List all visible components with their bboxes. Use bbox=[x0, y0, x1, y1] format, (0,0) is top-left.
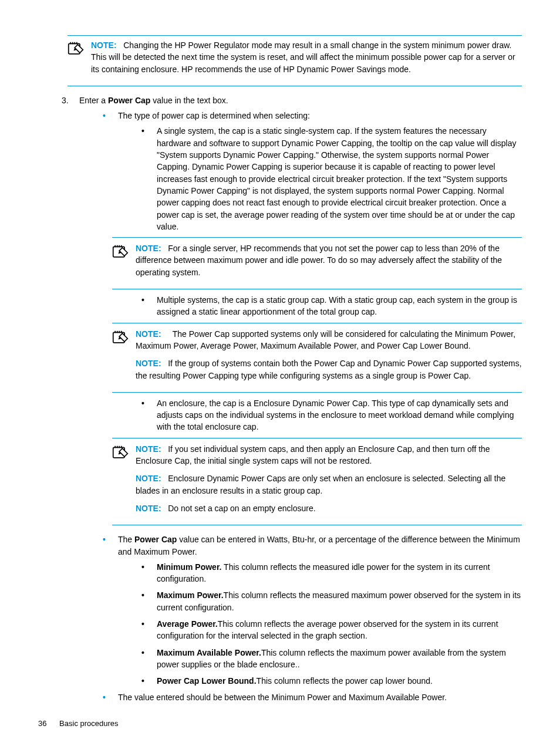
note-text: For a single server, HP recommends that … bbox=[136, 244, 502, 277]
note-body: NOTE: If you set individual system caps,… bbox=[136, 443, 522, 520]
note-pencil-icon bbox=[68, 39, 91, 60]
divider bbox=[68, 35, 522, 36]
note-pencil-icon bbox=[112, 242, 136, 264]
list-item: The value entered should be between the … bbox=[97, 691, 522, 703]
sub-bullet-list: Multiple systems, the cap is a static gr… bbox=[118, 294, 522, 318]
sub-bullet-list: A single system, the cap is a static sin… bbox=[118, 125, 522, 232]
definition-term: Maximum Power. bbox=[157, 590, 224, 600]
bullet-text: The type of power cap is determined when… bbox=[118, 111, 310, 120]
note-label: NOTE: bbox=[136, 359, 161, 368]
page-number: 36 bbox=[38, 719, 46, 728]
divider bbox=[112, 289, 522, 289]
definition-term: Maximum Available Power. bbox=[157, 648, 261, 657]
note-label: NOTE: bbox=[136, 474, 161, 483]
step-text: Enter a Power Cap value in the text box. bbox=[79, 96, 228, 105]
note-label: NOTE: bbox=[91, 40, 117, 50]
list-item: The Power Cap value can be entered in Wa… bbox=[97, 534, 522, 687]
note-label: NOTE: bbox=[136, 329, 161, 339]
list-item: Maximum Power.This column reflects the m… bbox=[136, 589, 522, 613]
step-3: Enter a Power Cap value in the text box.… bbox=[62, 94, 522, 704]
note-text: If the group of systems contain both the… bbox=[136, 359, 522, 380]
bullet-text: The value entered should be between the … bbox=[118, 693, 447, 702]
note-text: Changing the HP Power Regulator mode may… bbox=[91, 40, 515, 74]
definition-desc: This column reflects the power cap lower… bbox=[257, 676, 433, 686]
note-body: NOTE: For a single server, HP recommends… bbox=[136, 242, 522, 284]
document-page: NOTE: Changing the HP Power Regulator mo… bbox=[0, 0, 560, 746]
bullet-list: The type of power cap is determined when… bbox=[79, 110, 522, 704]
ordered-list: Enter a Power Cap value in the text box.… bbox=[38, 94, 522, 704]
definition-term: Minimum Power. bbox=[157, 562, 221, 572]
divider bbox=[112, 323, 522, 323]
list-item: A single system, the cap is a static sin… bbox=[136, 125, 522, 232]
note-box-1: NOTE: Changing the HP Power Regulator mo… bbox=[68, 35, 522, 86]
bullet-text: A single system, the cap is a static sin… bbox=[157, 126, 516, 231]
divider bbox=[112, 237, 522, 238]
divider bbox=[112, 525, 522, 525]
note-text: Enclosure Dynamic Power Caps are only se… bbox=[136, 474, 505, 495]
note-block: NOTE: Changing the HP Power Regulator mo… bbox=[68, 39, 522, 81]
divider bbox=[68, 86, 522, 86]
definition-list: Minimum Power. This column reflects the … bbox=[118, 561, 522, 687]
list-item: The type of power cap is determined when… bbox=[97, 110, 522, 525]
note-text: If you set individual system caps, and t… bbox=[136, 444, 490, 465]
note-text: The Power Cap supported systems only wil… bbox=[136, 329, 515, 350]
note-text: Do not set a cap on an empty enclosure. bbox=[168, 504, 315, 513]
sub-bullet-list: An enclosure, the cap is a Enclosure Dyn… bbox=[118, 397, 522, 433]
bullet-text: Multiple systems, the cap is a static gr… bbox=[157, 295, 517, 316]
note-body: NOTE: The Power Cap supported systems on… bbox=[136, 328, 522, 387]
list-item: Average Power.This column reflects the a… bbox=[136, 618, 522, 642]
divider bbox=[112, 438, 522, 438]
bullet-text: An enclosure, the cap is a Enclosure Dyn… bbox=[157, 399, 514, 432]
note-label: NOTE: bbox=[136, 444, 161, 454]
note-block: NOTE: For a single server, HP recommends… bbox=[112, 242, 522, 284]
list-item: Power Cap Lower Bound.This column reflec… bbox=[136, 675, 522, 687]
list-item: An enclosure, the cap is a Enclosure Dyn… bbox=[136, 397, 522, 433]
page-footer: 36 Basic procedures bbox=[38, 718, 119, 730]
note-pencil-icon bbox=[112, 328, 136, 349]
note-box-3: NOTE: The Power Cap supported systems on… bbox=[112, 323, 522, 393]
note-label: NOTE: bbox=[136, 244, 161, 253]
bullet-text: The Power Cap value can be entered in Wa… bbox=[118, 535, 520, 556]
list-item: Multiple systems, the cap is a static gr… bbox=[136, 294, 522, 318]
list-item: Maximum Available Power.This column refl… bbox=[136, 647, 522, 671]
note-block: NOTE: If you set individual system caps,… bbox=[112, 443, 522, 520]
footer-section: Basic procedures bbox=[59, 719, 118, 728]
note-pencil-icon bbox=[112, 443, 136, 464]
note-box-2: NOTE: For a single server, HP recommends… bbox=[112, 237, 522, 289]
note-block: NOTE: The Power Cap supported systems on… bbox=[112, 328, 522, 387]
note-box-4: NOTE: If you set individual system caps,… bbox=[112, 438, 522, 525]
definition-term: Average Power. bbox=[157, 619, 218, 629]
divider bbox=[112, 392, 522, 393]
note-label: NOTE: bbox=[136, 504, 161, 513]
list-item: Minimum Power. This column reflects the … bbox=[136, 561, 522, 585]
note-body: NOTE: Changing the HP Power Regulator mo… bbox=[91, 39, 522, 81]
definition-term: Power Cap Lower Bound. bbox=[157, 676, 257, 686]
